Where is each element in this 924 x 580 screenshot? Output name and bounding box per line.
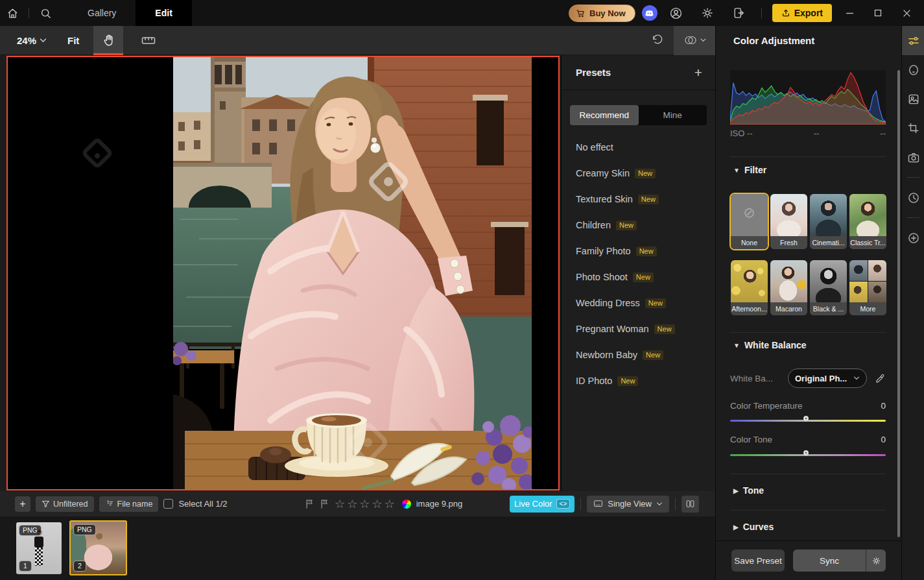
preset-item-textured-skin[interactable]: Textured SkinNew [562, 186, 715, 212]
filmstrip-thumbnail-1[interactable]: PNG 1 [16, 522, 62, 574]
preset-list: No effect Creamy SkinNew Textured SkinNe… [562, 134, 715, 394]
rail-crop-button[interactable] [902, 114, 924, 143]
discord-icon[interactable] [642, 5, 657, 21]
presets-panel: Presets + Recommend Mine No effect Cream… [561, 55, 715, 491]
add-image-button[interactable]: + [15, 496, 30, 512]
preset-item-id-photo[interactable]: ID PhotoNew [562, 368, 715, 394]
select-all-checkbox[interactable] [163, 499, 173, 509]
image-icon [907, 93, 920, 106]
zoom-level-control[interactable]: 24% [17, 35, 47, 46]
flag-pick-icon[interactable] [305, 499, 314, 509]
color-tone-value: 0 [881, 435, 886, 444]
preset-item-photo-shoot[interactable]: Photo ShootNew [562, 264, 715, 290]
live-color-button[interactable]: Live Color <> [510, 496, 575, 513]
filter-black-white-thumbnail [810, 260, 847, 302]
preset-item-no-effect[interactable]: No effect [562, 134, 715, 160]
filter-more-thumbnails [849, 260, 886, 302]
title-bar: Gallery Edit Buy Now [0, 0, 924, 26]
preset-item-family-photo[interactable]: Family PhotoNew [562, 238, 715, 264]
account-icon[interactable] [664, 0, 689, 26]
rail-history-button[interactable] [902, 183, 924, 212]
preset-item-wedding-dress[interactable]: Wedding DressNew [562, 290, 715, 316]
rail-add-tool-button[interactable] [902, 223, 924, 252]
tab-gallery[interactable]: Gallery [68, 0, 136, 26]
format-badge: PNG [73, 524, 96, 535]
color-tone-slider[interactable] [730, 450, 886, 459]
undo-button[interactable] [641, 26, 674, 55]
rail-background-button[interactable] [902, 84, 924, 114]
split-view-button[interactable] [681, 496, 699, 513]
white-balance-dropdown[interactable]: Original Ph... [788, 369, 867, 388]
view-mode-dropdown[interactable]: Single View [587, 496, 669, 513]
rail-camera-button[interactable] [902, 143, 924, 172]
camera-icon [907, 151, 920, 164]
eyedropper-icon[interactable] [875, 373, 886, 384]
sync-button[interactable]: Sync [793, 550, 866, 572]
save-preset-button[interactable]: Save Preset [731, 550, 785, 572]
home-icon[interactable] [0, 0, 25, 26]
filter-afternoon[interactable]: Afternoon... [731, 260, 768, 315]
preset-item-creamy-skin[interactable]: Creamy SkinNew [562, 160, 715, 186]
clock-icon [907, 191, 920, 204]
tab-recommend[interactable]: Recommend [570, 105, 639, 125]
filter-more[interactable]: More [849, 260, 886, 315]
minimize-button[interactable] [838, 0, 860, 26]
rail-color-adjustment-button[interactable] [902, 26, 924, 55]
filter-black-white[interactable]: Black & ... [810, 260, 847, 315]
white-balance-section-header[interactable]: ▼ White Balance [733, 340, 807, 350]
panel-scrollbar[interactable] [897, 70, 900, 537]
titlebar-right-actions: Buy Now Export [569, 0, 924, 26]
ruler-tool-button[interactable] [134, 26, 163, 55]
tab-mine[interactable]: Mine [639, 105, 707, 125]
color-label-icon[interactable] [402, 500, 411, 509]
export-button[interactable]: Export [772, 4, 832, 22]
image-canvas[interactable] [6, 56, 560, 490]
watermark-logo-icon [81, 137, 114, 170]
settings-gear-icon[interactable] [695, 0, 720, 26]
edited-photo[interactable] [173, 57, 532, 489]
search-icon[interactable] [33, 0, 58, 26]
filter-cinematic[interactable]: Cinemati... [810, 194, 847, 249]
fit-button[interactable]: Fit [67, 35, 79, 46]
preset-item-pregnant-woman[interactable]: Pregnant WomanNew [562, 316, 715, 342]
app-window: Gallery Edit Buy Now [0, 0, 924, 580]
titlebar-divider [761, 8, 762, 18]
photo-illustration [173, 57, 532, 489]
sort-icon [105, 500, 114, 508]
tab-edit[interactable]: Edit [136, 0, 191, 26]
divider [730, 156, 886, 157]
flag-reject-icon[interactable] [320, 499, 329, 509]
tone-section-header[interactable]: ▶ Tone [733, 485, 764, 496]
panel-title: Color Adjustment [733, 26, 814, 55]
filter-fresh[interactable]: Fresh [770, 194, 807, 249]
maximize-button[interactable] [867, 0, 889, 26]
filter-macaron-thumbnail [770, 260, 807, 302]
slider-knob[interactable] [803, 416, 809, 421]
buy-now-button[interactable]: Buy Now [569, 5, 635, 22]
preset-item-children[interactable]: ChildrenNew [562, 212, 715, 238]
quick-export-icon[interactable] [726, 0, 751, 26]
close-button[interactable] [895, 0, 918, 26]
plus-circle-icon [907, 232, 920, 245]
filmstrip-thumbnail-2-selected[interactable]: PNG 2 [69, 520, 127, 575]
face-icon [907, 64, 920, 77]
slider-knob[interactable] [803, 450, 809, 455]
filter-section-header[interactable]: ▼ Filter [733, 165, 766, 175]
color-temperature-slider[interactable] [730, 416, 886, 425]
adjust-panel-footer: Save Preset Sync [716, 540, 901, 580]
curves-section-header[interactable]: ▶ Curves [733, 522, 774, 532]
preset-item-newborn-baby[interactable]: Newborn BabyNew [562, 342, 715, 368]
rail-portrait-retouch-button[interactable] [902, 55, 924, 84]
sync-settings-button[interactable] [866, 550, 886, 572]
format-badge: PNG [19, 525, 41, 536]
filter-classic[interactable]: Classic Tr... [849, 194, 886, 249]
compare-view-button[interactable] [674, 26, 715, 55]
filter-macaron[interactable]: Macaron [770, 260, 807, 315]
filter-none[interactable]: ⊘ None [731, 194, 768, 249]
sort-by-button[interactable]: File name [99, 496, 159, 512]
star-rating[interactable]: ☆☆☆☆☆ [335, 498, 397, 510]
filter-fresh-thumbnail [770, 194, 807, 236]
add-preset-button[interactable]: + [694, 66, 702, 79]
hand-tool-button[interactable] [93, 26, 123, 55]
filter-images-button[interactable]: Unfiltered [36, 496, 94, 512]
